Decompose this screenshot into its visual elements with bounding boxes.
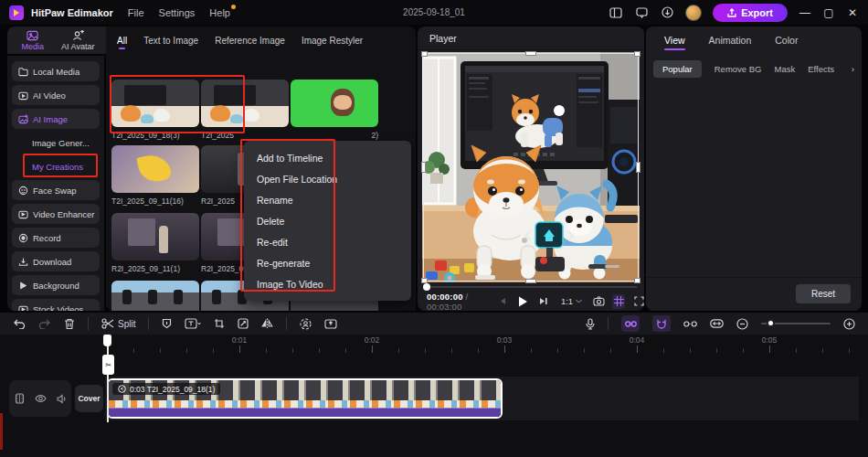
minimize-button[interactable]: — (799, 6, 811, 19)
zoom-out-icon[interactable] (736, 318, 748, 330)
folder-icon (18, 67, 28, 77)
tab-color[interactable]: Color (775, 35, 798, 46)
resize-handle-n[interactable] (525, 51, 536, 56)
redo-icon[interactable] (38, 318, 51, 329)
download-updates-icon[interactable] (660, 5, 674, 20)
sidebar-item-ai-video[interactable]: AI Video (12, 85, 100, 105)
seekbar-handle[interactable] (423, 283, 430, 291)
player-canvas[interactable] (422, 52, 640, 282)
media-tab-text-to-image[interactable]: Text to Image (143, 36, 198, 46)
thumbnail-banana[interactable] (111, 145, 199, 193)
timecode: 00:00:00 / 00:03:00 (427, 292, 488, 312)
subtab-effects[interactable]: Effects (808, 64, 834, 74)
media-tab-all[interactable]: All (117, 36, 127, 46)
magnet-snap-icon[interactable] (652, 315, 671, 332)
chevron-down-icon (576, 299, 582, 303)
player-panel: Player (418, 27, 644, 311)
thumbnail-green-screen[interactable] (291, 80, 378, 127)
zoom-ratio-dropdown[interactable]: 1:1 (561, 296, 582, 306)
play-button[interactable] (518, 296, 528, 307)
media-library-panel: All Text to Image Reference Image Image … (106, 27, 416, 311)
close-button[interactable]: ✕ (846, 6, 859, 19)
resize-handle-w[interactable] (421, 162, 426, 173)
face-tracking-icon[interactable] (300, 318, 312, 330)
titlebar: HitPaw Edimakor File Settings Help 2025-… (0, 0, 868, 25)
sidebar-item-record[interactable]: Record (12, 228, 100, 248)
subtabs-more-chevron-icon[interactable]: › (852, 64, 854, 74)
track-header (9, 380, 71, 417)
resize-handle-e[interactable] (636, 162, 640, 173)
playhead-handle[interactable] (103, 335, 111, 346)
resize-handle-sw[interactable] (421, 278, 428, 283)
sidebar-item-ai-image[interactable]: AI Image (12, 109, 100, 129)
tab-animation[interactable]: Animation (709, 35, 752, 46)
marker-icon[interactable] (162, 318, 172, 329)
zoom-in-icon[interactable] (843, 318, 855, 330)
hide-track-eye-icon[interactable] (35, 394, 47, 403)
snapshot-icon[interactable] (593, 296, 605, 306)
resize-handle-se[interactable] (634, 278, 640, 283)
ruler-label: 0:03 (497, 335, 513, 345)
split-button[interactable]: Split (101, 318, 135, 329)
download-icon (18, 257, 28, 267)
sidebar-item-local-media[interactable]: Local Media (12, 61, 100, 81)
resize-tool-icon[interactable] (238, 318, 249, 329)
media-tab-reference-image[interactable]: Reference Image (215, 36, 285, 46)
tab-media[interactable]: Media (22, 30, 45, 51)
sidebar-item-image-generation[interactable]: Image Gener... (12, 133, 100, 153)
playhead-line[interactable] (107, 335, 109, 422)
export-frame-icon[interactable] (324, 318, 337, 329)
ruler-label: 0:01 (232, 335, 248, 345)
player-seekbar[interactable] (425, 286, 637, 288)
thumbnail-clipped[interactable] (111, 281, 199, 311)
sidebar-item-face-swap[interactable]: Face Swap (12, 180, 100, 200)
maximize-button[interactable]: ▢ (822, 6, 835, 19)
sidebar-item-background[interactable]: Background (12, 275, 100, 295)
delete-icon[interactable] (64, 318, 75, 330)
subtab-remove-bg[interactable]: Remove BG (715, 64, 762, 74)
layout-panels-icon[interactable] (609, 5, 623, 20)
previous-frame-button[interactable] (499, 297, 507, 305)
timeline-zoom-slider[interactable] (761, 323, 831, 324)
grid-overlay-button[interactable] (612, 294, 625, 309)
cover-button[interactable]: Cover (75, 385, 103, 412)
timeline-clip[interactable]: 0:03 T2I_2025_09_18(1) (107, 378, 503, 419)
record-icon (18, 233, 28, 243)
feedback-icon[interactable] (634, 5, 649, 20)
crop-tool-icon[interactable] (214, 318, 225, 329)
mute-track-speaker-icon[interactable] (57, 394, 67, 404)
reset-button[interactable]: Reset (796, 284, 851, 303)
flip-tool-icon[interactable] (261, 318, 273, 329)
media-grid: T2I_2025_09_18(3) T2I_2025 2) T2I_2025_0… (110, 56, 412, 311)
thumbnail-r2i-2025-09-11-1[interactable] (111, 213, 199, 260)
ruler-label: 0:02 (365, 335, 380, 345)
voiceover-mic-icon[interactable] (586, 318, 595, 330)
unlink-clips-icon[interactable] (683, 320, 697, 328)
track-type-icon (15, 393, 25, 404)
fit-timeline-icon[interactable] (710, 319, 724, 328)
sidebar-item-video-enhancer[interactable]: Video Enhancer (12, 204, 100, 224)
undo-icon[interactable] (13, 318, 26, 329)
user-avatar[interactable] (685, 5, 702, 21)
fullscreen-icon[interactable] (634, 296, 644, 306)
next-frame-button[interactable] (539, 297, 548, 305)
resize-handle-ne[interactable] (634, 51, 640, 57)
sidebar-item-stock-videos[interactable]: Stock Videos (12, 299, 100, 311)
media-tabs: All Text to Image Reference Image Image … (106, 27, 416, 51)
clip-label-tag: 0:03 T2I_2025_09_18(1) (112, 383, 220, 395)
playhead-scissors-badge[interactable]: ✂ (102, 355, 114, 375)
resize-handle-s[interactable] (525, 279, 536, 283)
tab-ai-avatar[interactable]: AI Avatar (61, 30, 94, 51)
sidebar-item-download[interactable]: Download (12, 251, 100, 271)
tab-view[interactable]: View (664, 35, 685, 46)
timeline-ruler[interactable]: 0:01 0:02 0:03 0:04 0:05 (107, 335, 868, 353)
media-tab-image-restyler[interactable]: Image Restyler (302, 36, 363, 46)
timeline-zoom-handle[interactable] (767, 319, 775, 327)
text-tool-icon[interactable] (185, 318, 201, 329)
subtab-mask[interactable]: Mask (775, 64, 796, 74)
export-button[interactable]: Export (713, 4, 788, 22)
subtab-popular[interactable]: Popular (653, 60, 702, 78)
sidebar-item-my-creations[interactable]: My Creations (12, 156, 100, 176)
link-clips-icon[interactable] (621, 315, 640, 332)
resize-handle-nw[interactable] (421, 51, 428, 57)
